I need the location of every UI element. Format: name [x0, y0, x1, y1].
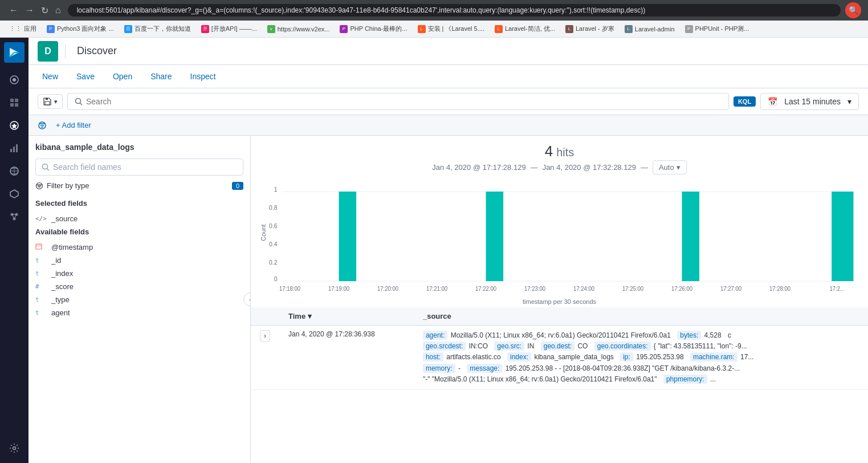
- field-name-agent: agent: [51, 308, 70, 317]
- svg-rect-2: [10, 99, 14, 102]
- auto-select[interactable]: Auto ▾: [653, 160, 687, 174]
- discover-layout: kibana_sample_data_logs Filter by type 0…: [28, 136, 868, 463]
- field-search-input[interactable]: [53, 163, 237, 172]
- bookmark-phpunit[interactable]: P PHPUnit - PHP测...: [680, 23, 754, 35]
- svg-text:0.4: 0.4: [269, 241, 278, 247]
- field-value-machine-ram: 17...: [740, 353, 753, 361]
- forward-button[interactable]: →: [23, 3, 36, 18]
- selected-field-source[interactable]: </> _source: [35, 212, 243, 225]
- sidebar-item-home[interactable]: [4, 70, 25, 90]
- bar-2[interactable]: [486, 192, 504, 281]
- bar-1[interactable]: [339, 192, 357, 281]
- bar-4[interactable]: [832, 192, 853, 281]
- save-button[interactable]: Save: [72, 70, 99, 83]
- chart-container: 1 0.8 0.6 0.4 0.2 0 Count: [251, 181, 868, 307]
- svg-rect-8: [13, 147, 15, 152]
- title-divider: [65, 44, 66, 58]
- svg-text:0.6: 0.6: [269, 222, 278, 229]
- date-picker[interactable]: 📅 Last 15 minutes ▾: [760, 93, 859, 110]
- bookmark-v2ex[interactable]: v https://www.v2ex...: [263, 23, 335, 35]
- field-label-geo-dest: geo.dest:: [541, 342, 574, 351]
- bookmark-python[interactable]: P Python3 面向对象 ...: [42, 23, 119, 35]
- sidebar-item-dashboard[interactable]: [4, 92, 25, 113]
- inspect-button[interactable]: Inspect: [186, 70, 221, 83]
- row-expand-button[interactable]: ›: [260, 330, 270, 342]
- available-field-id[interactable]: t _id: [35, 254, 243, 267]
- browser-chrome: ← → ↻ ⌂ 🔍: [0, 0, 868, 21]
- refresh-button[interactable]: ↻: [39, 3, 51, 18]
- field-label-geo-coord: geo.coordinates:: [594, 342, 651, 351]
- bar-3[interactable]: [682, 192, 699, 281]
- bookmark-openapi[interactable]: 开 [开放API] ——...: [197, 23, 262, 35]
- kibana-logo[interactable]: [4, 42, 25, 63]
- bookmark-favicon: v: [267, 25, 275, 33]
- filter-by-type-button[interactable]: Filter by type: [35, 181, 89, 190]
- date-range-dash: —: [531, 163, 538, 172]
- bookmark-laravel-admin[interactable]: L Laravel-admin: [620, 23, 679, 35]
- dashboard-icon: [9, 98, 19, 108]
- field-value-geo-coord: { "lat": 43.58135111, "lon": -9...: [654, 342, 747, 350]
- auto-label: Auto: [659, 163, 674, 172]
- field-label-index: index:: [507, 352, 531, 362]
- add-filter-button[interactable]: + Add filter: [51, 119, 96, 132]
- expand-col-header: [251, 307, 279, 326]
- filter-options-button[interactable]: [38, 121, 47, 130]
- field-name-index: _index: [51, 269, 73, 278]
- sidebar-collapse-button[interactable]: ‹: [243, 293, 251, 306]
- bookmark-apps[interactable]: ⋮⋮ 应用: [5, 23, 41, 35]
- back-button[interactable]: ←: [7, 3, 21, 18]
- bookmark-laravel-han[interactable]: L Laravel - 岁寒: [561, 23, 619, 35]
- source-line-2: geo.srcdest: IN:CO geo.src: IN geo.dest:…: [423, 341, 859, 352]
- save-query-button[interactable]: ▾: [38, 94, 63, 109]
- open-button[interactable]: Open: [108, 70, 137, 83]
- svg-point-18: [13, 447, 16, 450]
- field-value-geo-src: IN: [527, 342, 534, 350]
- field-name-id: _id: [51, 256, 61, 265]
- sidebar-item-settings[interactable]: [4, 438, 25, 458]
- field-label-message: message:: [467, 364, 502, 373]
- sidebar-item-graph[interactable]: [4, 184, 25, 204]
- svg-text:17:18:00: 17:18:00: [279, 286, 301, 292]
- available-field-timestamp[interactable]: @timestamp: [35, 241, 243, 254]
- available-field-type[interactable]: t _type: [35, 293, 243, 306]
- share-button[interactable]: Share: [146, 70, 176, 83]
- time-col-header[interactable]: Time ▾: [279, 307, 414, 326]
- kql-badge[interactable]: KQL: [733, 96, 756, 107]
- svg-rect-5: [15, 103, 18, 107]
- svg-text:17:23:00: 17:23:00: [524, 286, 546, 292]
- svg-text:17:21:00: 17:21:00: [426, 286, 448, 292]
- search-input[interactable]: [86, 97, 722, 106]
- svg-rect-7: [10, 149, 12, 152]
- new-button[interactable]: New: [38, 70, 63, 83]
- main-content: D Discover New Save Open Share Inspect ▾…: [28, 38, 868, 463]
- field-name-score: _score: [51, 282, 74, 291]
- selected-fields-title: Selected fields: [35, 199, 243, 208]
- svg-text:Count: Count: [260, 224, 267, 241]
- bookmark-baidu[interactable]: 百 百度一下，你就知道: [120, 23, 195, 35]
- address-bar[interactable]: [68, 4, 841, 17]
- available-field-agent[interactable]: t agent: [35, 306, 243, 319]
- browser-search-button[interactable]: 🔍: [845, 2, 861, 18]
- search-input-wrapper[interactable]: [67, 93, 729, 110]
- bookmark-phpchina[interactable]: P PHP China-最棒的...: [335, 23, 411, 35]
- field-search[interactable]: [35, 159, 243, 176]
- svg-rect-19: [45, 101, 50, 105]
- svg-text:0: 0: [274, 275, 278, 282]
- field-value-message: 195.205.253.98 - - [2018-08-04T09:28:36.…: [506, 364, 740, 372]
- field-value-index: kibana_sample_data_logs: [534, 353, 613, 361]
- time-sort-button[interactable]: Time ▾: [288, 312, 405, 320]
- home-button[interactable]: ⌂: [53, 3, 63, 18]
- svg-text:17:22:00: 17:22:00: [475, 286, 497, 292]
- field-value-host: artifacts.elastic.co: [446, 353, 500, 361]
- svg-text:17:26:00: 17:26:00: [671, 286, 693, 292]
- available-field-index[interactable]: t _index: [35, 267, 243, 280]
- sidebar-item-discover[interactable]: [4, 115, 25, 136]
- bookmark-laravel-clean[interactable]: L Laravel-简洁, 优...: [490, 23, 560, 35]
- field-label-bytes: bytes:: [677, 331, 701, 340]
- available-field-score[interactable]: # _score: [35, 280, 243, 293]
- sidebar-item-visualize[interactable]: [4, 138, 25, 159]
- field-value-geo-dest: CO: [577, 342, 588, 350]
- bookmark-laravel5[interactable]: L 安装 | 《Laravel 5....: [413, 23, 489, 35]
- sidebar-item-ml[interactable]: [4, 206, 25, 227]
- sidebar-item-maps[interactable]: [4, 161, 25, 181]
